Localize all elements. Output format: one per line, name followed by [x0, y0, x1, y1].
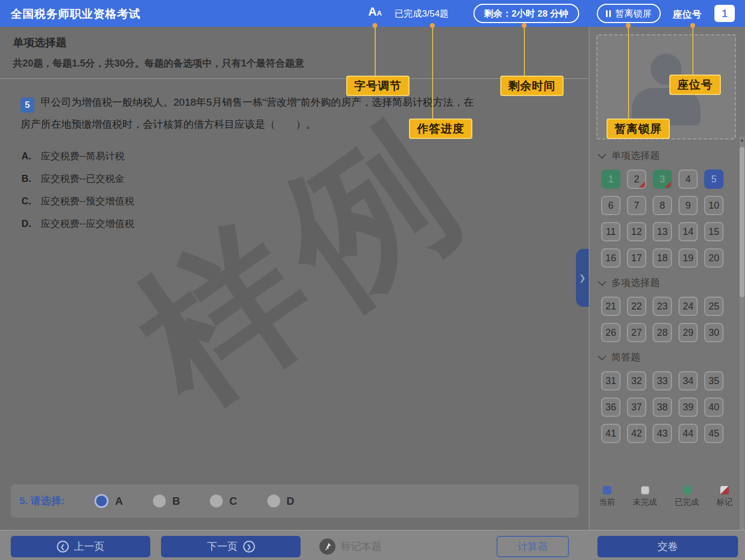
question-nav-button-37[interactable]: 37: [627, 397, 646, 417]
chevron-down-icon: [598, 150, 607, 159]
question-text-line2: 房产所在地预缴增值税时，会计核算的借方科目应该是（ ）。: [20, 113, 564, 135]
option-row[interactable]: C.应交税费--预交增值税: [21, 190, 134, 212]
legend-item-current: 当前: [599, 486, 615, 507]
chevron-right-icon: ❯: [579, 273, 586, 283]
legend-current-icon: [603, 486, 611, 495]
answer-radio-D[interactable]: D: [267, 495, 294, 507]
question-nav-button-22[interactable]: 22: [627, 297, 646, 316]
question-nav-button-10[interactable]: 10: [704, 196, 724, 215]
question-nav-button-21[interactable]: 21: [601, 297, 620, 316]
question-nav-button-4[interactable]: 4: [678, 170, 698, 189]
sidebar-collapse-tab[interactable]: ❯: [576, 249, 589, 307]
question-grid: 1234567891011121314151617181920: [601, 170, 740, 268]
question-nav-button-35[interactable]: 35: [704, 371, 724, 390]
question-nav-button-40[interactable]: 40: [704, 397, 724, 417]
answer-bar: 5. 请选择: ABCD: [11, 484, 579, 518]
question-nav-button-8[interactable]: 8: [653, 196, 672, 215]
question-nav-button-31[interactable]: 31: [601, 371, 620, 390]
mark-question-button[interactable]: 标记本题: [319, 536, 382, 557]
option-letter: C.: [21, 196, 41, 207]
question-nav-button-13[interactable]: 13: [653, 222, 672, 241]
question-nav-button-3[interactable]: 3: [653, 170, 672, 189]
question-nav-button-45[interactable]: 45: [704, 424, 724, 443]
question-nav-button-41[interactable]: 41: [601, 424, 620, 443]
question-nav-button-39[interactable]: 39: [678, 397, 698, 417]
exam-app: 全国税务师职业资格考试 AA 已完成3/54题 剩余：2小时 28 分钟 暂离锁…: [0, 0, 745, 560]
question-nav-button-6[interactable]: 6: [601, 196, 620, 215]
option-letter: A.: [21, 151, 41, 162]
question-nav-button-38[interactable]: 38: [653, 397, 672, 417]
question-text-block: 5甲公司为增值税一般纳税人。2018年5月销售一栋“营改增”前外购的房产，选择简…: [20, 91, 564, 135]
question-nav-button-25[interactable]: 25: [704, 297, 724, 316]
choice-letter: D: [287, 495, 294, 507]
callout-label-seat: 座位号: [669, 75, 721, 95]
pause-lock-label: 暂离锁屏: [615, 8, 652, 20]
callout-line-seat: [692, 27, 693, 75]
section-header-label: 简答题: [611, 351, 640, 364]
question-grid: 313233343536373839404142434445: [601, 371, 740, 443]
answer-choices: ABCD: [64, 494, 294, 508]
question-section: 单项选择题1234567891011121314151617181920: [589, 149, 740, 268]
legend-todo-icon: [641, 486, 649, 495]
legend-label: 标记: [717, 497, 733, 507]
question-nav-button-23[interactable]: 23: [653, 297, 672, 316]
section-header[interactable]: 单项选择题: [599, 149, 740, 162]
radio-unselected-icon: [267, 495, 280, 507]
answer-radio-A[interactable]: A: [94, 494, 122, 508]
question-nav-button-43[interactable]: 43: [653, 424, 672, 443]
answer-prompt: 5. 请选择:: [19, 494, 64, 508]
question-nav-button-1[interactable]: 1: [601, 170, 620, 189]
scrollbar-thumb[interactable]: [740, 147, 744, 297]
question-grid: 21222324252627282930: [601, 297, 740, 342]
question-nav-button-12[interactable]: 12: [627, 222, 646, 241]
section-title: 单项选择题: [13, 35, 67, 50]
question-nav-button-28[interactable]: 28: [653, 323, 672, 342]
legend-done-icon: [683, 486, 691, 495]
question-nav-button-27[interactable]: 27: [627, 323, 646, 342]
question-sections: 单项选择题1234567891011121314151617181920多项选择…: [589, 141, 740, 446]
question-nav-button-15[interactable]: 15: [704, 222, 724, 241]
question-nav-button-20[interactable]: 20: [704, 248, 724, 268]
question-nav-button-9[interactable]: 9: [678, 196, 698, 215]
question-nav-button-36[interactable]: 36: [601, 397, 620, 417]
callout-line-font-size: [375, 27, 376, 76]
question-nav-button-24[interactable]: 24: [678, 297, 698, 316]
remaining-time-pill: 剩余：2小时 28 分钟: [473, 4, 579, 23]
section-header[interactable]: 多项选择题: [599, 276, 740, 289]
question-nav-button-17[interactable]: 17: [627, 248, 646, 268]
question-nav-button-29[interactable]: 29: [678, 323, 698, 342]
question-nav-button-14[interactable]: 14: [678, 222, 698, 241]
question-nav-button-42[interactable]: 42: [627, 424, 646, 443]
submit-button[interactable]: 交卷: [597, 536, 738, 557]
choice-letter: B: [172, 495, 180, 507]
option-row[interactable]: B.应交税费--已交税金: [21, 167, 134, 190]
question-nav-button-30[interactable]: 30: [704, 323, 724, 342]
pause-lock-button[interactable]: 暂离锁屏: [597, 4, 661, 23]
question-nav-button-5[interactable]: 5: [704, 170, 724, 189]
callout-label-progress: 作答进度: [409, 119, 472, 139]
option-row[interactable]: A.应交税费--简易计税: [21, 145, 134, 167]
question-text-line1: 甲公司为增值税一般纳税人。2018年5月销售一栋“营改增”前外购的房产，选择简易…: [41, 97, 474, 108]
question-nav-button-11[interactable]: 11: [601, 222, 620, 241]
question-nav-button-16[interactable]: 16: [601, 248, 620, 268]
question-nav-button-26[interactable]: 26: [601, 323, 620, 342]
scroll-up-arrow[interactable]: ▲: [739, 137, 745, 143]
question-nav-button-2[interactable]: 2: [627, 170, 646, 189]
section-header-label: 多项选择题: [611, 276, 660, 289]
next-page-button[interactable]: 下一页 ❯: [161, 536, 301, 557]
question-nav-button-32[interactable]: 32: [627, 371, 646, 390]
question-nav-button-33[interactable]: 33: [653, 371, 672, 390]
question-nav-button-7[interactable]: 7: [627, 196, 646, 215]
calculator-button[interactable]: 计算器: [496, 536, 569, 557]
radio-unselected-icon: [153, 495, 166, 507]
question-nav-button-19[interactable]: 19: [678, 248, 698, 268]
section-header[interactable]: 简答题: [599, 351, 740, 364]
prev-page-button[interactable]: ❮ 上一页: [11, 536, 150, 557]
option-row[interactable]: D.应交税费--应交增值税: [21, 212, 134, 235]
question-nav-button-34[interactable]: 34: [678, 371, 698, 390]
question-nav-button-18[interactable]: 18: [653, 248, 672, 268]
font-size-icon[interactable]: AA: [368, 5, 382, 19]
question-nav-button-44[interactable]: 44: [678, 424, 698, 443]
answer-radio-C[interactable]: C: [210, 495, 237, 507]
answer-radio-B[interactable]: B: [153, 495, 180, 507]
